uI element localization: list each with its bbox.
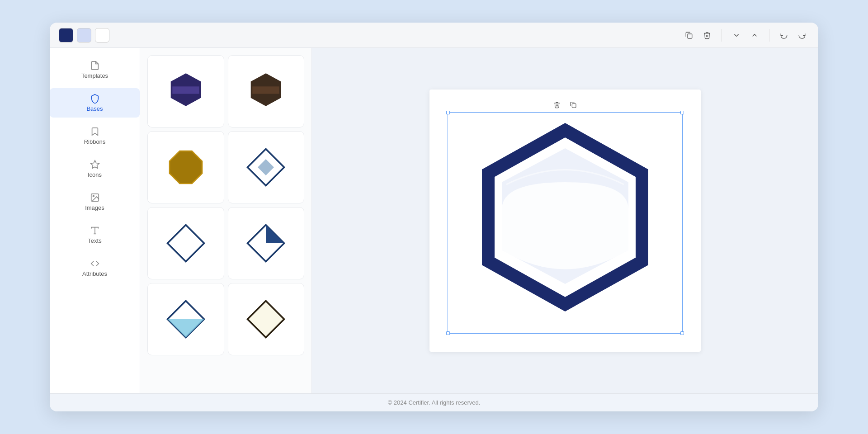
shape-card-diamond-blue-fill[interactable] [228, 131, 305, 203]
handle-tl[interactable] [446, 111, 450, 114]
icons-label: Icons [88, 171, 102, 178]
shield-icon [90, 94, 100, 104]
move-up-button[interactable] [747, 28, 762, 42]
texts-label: Texts [88, 237, 101, 244]
shape-svg-octagon-gold [165, 147, 206, 188]
file-icon [90, 61, 100, 71]
svg-rect-0 [688, 34, 692, 38]
svg-rect-7 [171, 86, 200, 94]
toolbar [50, 23, 818, 48]
sidebar-item-images[interactable]: Images [50, 187, 140, 217]
undo-button[interactable] [777, 28, 791, 42]
images-label: Images [85, 204, 104, 211]
svg-marker-1 [90, 160, 99, 168]
handle-bl[interactable] [446, 331, 450, 335]
sidebar-item-ribbons[interactable]: Ribbons [50, 121, 140, 151]
shape-card-diamond-cream[interactable] [228, 283, 305, 355]
duplicate-button[interactable] [682, 28, 696, 42]
sidebar-item-attributes[interactable]: Attributes [50, 253, 140, 283]
svg-point-3 [93, 195, 94, 197]
handle-br[interactable] [680, 331, 684, 335]
shape-card-diamond-top-fill[interactable] [228, 207, 305, 279]
image-icon [90, 193, 100, 203]
shape-card-shield-purple[interactable] [147, 55, 224, 127]
sidebar: Templates Bases Ribbons Icons Images Tex [50, 48, 140, 393]
color-swatch-2[interactable] [77, 28, 91, 42]
shape-card-shield-brown[interactable] [228, 55, 305, 127]
shape-svg-diamond-cream [245, 299, 286, 340]
delete-button[interactable] [700, 28, 714, 42]
shapes-panel [140, 48, 312, 393]
attributes-label: Attributes [82, 270, 107, 277]
main-content: Templates Bases Ribbons Icons Images Tex [50, 48, 818, 393]
canvas[interactable] [429, 90, 701, 352]
shape-svg-diamond-outline [165, 223, 206, 264]
shape-card-octagon-gold[interactable] [147, 131, 224, 203]
redo-button[interactable] [795, 28, 809, 42]
svg-marker-12 [170, 151, 202, 184]
canvas-delete-button[interactable] [551, 99, 563, 111]
canvas-float-toolbar [551, 99, 580, 111]
canvas-area [312, 48, 818, 393]
templates-label: Templates [81, 72, 108, 79]
footer-text: © 2024 Certifier. All rights reserved. [388, 399, 481, 406]
color-swatch-1[interactable] [59, 28, 73, 42]
svg-marker-21 [248, 301, 284, 338]
handle-tr[interactable] [680, 111, 684, 114]
shape-svg-diamond-blue-fill [245, 147, 286, 188]
sidebar-item-bases[interactable]: Bases [50, 88, 140, 118]
sidebar-item-templates[interactable]: Templates [50, 55, 140, 85]
svg-marker-20 [167, 319, 204, 338]
star-icon [90, 160, 100, 170]
shape-svg-diamond-light-blue [165, 299, 206, 340]
svg-rect-22 [572, 104, 576, 108]
sidebar-item-texts[interactable]: Texts [50, 220, 140, 250]
text-icon [90, 226, 100, 236]
svg-marker-15 [167, 225, 204, 262]
app-window: Templates Bases Ribbons Icons Images Tex [50, 23, 818, 411]
color-swatch-3[interactable] [95, 28, 109, 42]
svg-rect-10 [252, 86, 280, 94]
brackets-icon [90, 259, 100, 269]
footer: © 2024 Certifier. All rights reserved. [50, 393, 818, 411]
canvas-selection [448, 112, 683, 334]
ribbons-label: Ribbons [84, 138, 106, 145]
shape-svg-shield-brown [245, 71, 286, 112]
move-down-button[interactable] [729, 28, 744, 42]
bases-label: Bases [86, 105, 103, 112]
shape-svg-shield-purple [165, 71, 206, 112]
shape-card-diamond-outline[interactable] [147, 207, 224, 279]
bookmark-icon [90, 127, 100, 137]
svg-marker-14 [258, 159, 274, 175]
sidebar-item-icons[interactable]: Icons [50, 154, 140, 184]
shape-card-diamond-light-blue[interactable] [147, 283, 224, 355]
shape-svg-diamond-top-fill [245, 223, 286, 264]
canvas-duplicate-button[interactable] [567, 99, 580, 111]
shapes-grid [147, 55, 304, 355]
